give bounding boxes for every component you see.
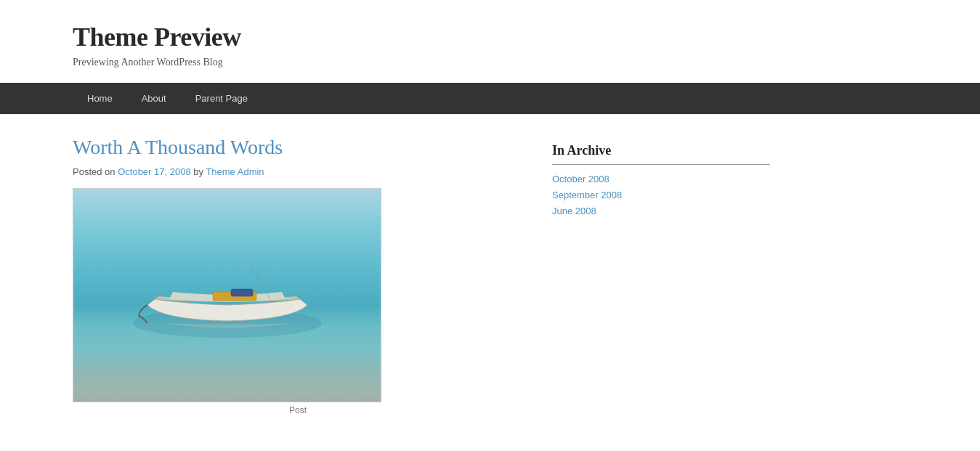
archive-widget: In Archive October 2008 September 2008 J… bbox=[552, 143, 770, 217]
content-wrapper: Worth A Thousand Words Posted on October… bbox=[0, 114, 980, 437]
posted-on-label: Posted on bbox=[73, 166, 116, 177]
post-date-link[interactable]: October 17, 2008 bbox=[118, 166, 190, 177]
archive-link-september-2008[interactable]: September 2008 bbox=[552, 190, 622, 200]
boat-image bbox=[73, 189, 381, 402]
archive-link-june-2008[interactable]: June 2008 bbox=[552, 206, 596, 216]
sidebar: In Archive October 2008 September 2008 J… bbox=[552, 136, 770, 415]
nav-item-home[interactable]: Home bbox=[73, 83, 127, 114]
post-author-link[interactable]: Theme Admin bbox=[206, 166, 264, 177]
archive-link-october-2008[interactable]: October 2008 bbox=[552, 174, 610, 184]
nav-item-about[interactable]: About bbox=[127, 83, 181, 114]
post-image-container bbox=[73, 188, 381, 402]
nav-link-parent-page[interactable]: Parent Page bbox=[181, 83, 262, 114]
archive-item-october-2008[interactable]: October 2008 bbox=[552, 174, 770, 185]
nav-item-parent-page[interactable]: Parent Page bbox=[181, 83, 262, 114]
main-content: Worth A Thousand Words Posted on October… bbox=[73, 136, 523, 415]
archive-title: In Archive bbox=[552, 143, 770, 165]
post-title[interactable]: Worth A Thousand Words bbox=[73, 136, 523, 159]
site-tagline: Previewing Another WordPress Blog bbox=[73, 57, 907, 68]
nav-link-home[interactable]: Home bbox=[73, 83, 127, 114]
by-label: by bbox=[193, 166, 206, 177]
svg-rect-2 bbox=[231, 289, 253, 296]
archive-item-june-2008[interactable]: June 2008 bbox=[552, 206, 770, 217]
main-navigation: Home About Parent Page bbox=[0, 83, 980, 114]
nav-link-about[interactable]: About bbox=[127, 83, 181, 114]
archive-item-september-2008[interactable]: September 2008 bbox=[552, 190, 770, 201]
post-caption: Post bbox=[73, 405, 523, 415]
site-title[interactable]: Theme Preview bbox=[73, 22, 907, 52]
site-header: Theme Preview Previewing Another WordPre… bbox=[0, 0, 980, 83]
archive-list: October 2008 September 2008 June 2008 bbox=[552, 174, 770, 217]
post-meta: Posted on October 17, 2008 by Theme Admi… bbox=[73, 166, 523, 177]
boat-illustration bbox=[126, 240, 329, 341]
